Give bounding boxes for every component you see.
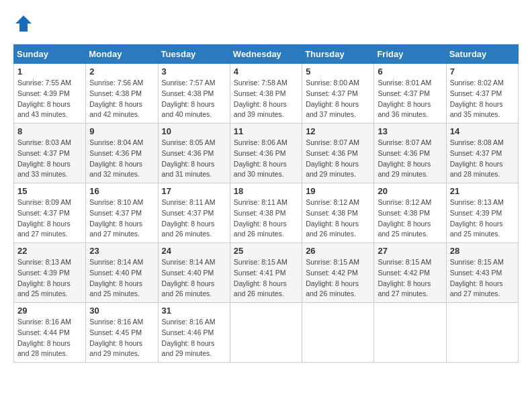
day-info: Sunrise: 8:03 AM Sunset: 4:37 PM Dayligh… — [17, 138, 82, 180]
day-number: 14 — [450, 126, 515, 136]
logo — [13, 13, 36, 34]
calendar-cell: 15 Sunrise: 8:09 AM Sunset: 4:37 PM Dayl… — [14, 183, 86, 243]
day-info: Sunrise: 8:09 AM Sunset: 4:37 PM Dayligh… — [17, 197, 82, 240]
calendar-cell: 7 Sunrise: 8:02 AM Sunset: 4:37 PM Dayli… — [446, 64, 518, 124]
calendar-cell: 9 Sunrise: 8:04 AM Sunset: 4:36 PM Dayli… — [86, 124, 158, 183]
day-number: 30 — [89, 306, 154, 316]
calendar-cell: 4 Sunrise: 7:58 AM Sunset: 4:38 PM Dayli… — [230, 64, 302, 124]
calendar-cell: 1 Sunrise: 7:55 AM Sunset: 4:39 PM Dayli… — [14, 64, 86, 124]
calendar-week-5: 29 Sunrise: 8:16 AM Sunset: 4:44 PM Dayl… — [14, 303, 519, 363]
day-info: Sunrise: 8:16 AM Sunset: 4:45 PM Dayligh… — [89, 317, 154, 359]
day-info: Sunrise: 8:15 AM Sunset: 4:42 PM Dayligh… — [306, 257, 370, 300]
calendar-cell: 18 Sunrise: 8:11 AM Sunset: 4:38 PM Dayl… — [230, 183, 302, 243]
calendar-cell — [230, 303, 302, 363]
calendar-cell: 31 Sunrise: 8:16 AM Sunset: 4:46 PM Dayl… — [158, 303, 230, 363]
day-info: Sunrise: 8:10 AM Sunset: 4:37 PM Dayligh… — [89, 197, 154, 240]
calendar-week-2: 8 Sunrise: 8:03 AM Sunset: 4:37 PM Dayli… — [14, 124, 519, 183]
calendar-cell: 23 Sunrise: 8:14 AM Sunset: 4:40 PM Dayl… — [86, 243, 158, 303]
calendar-cell: 25 Sunrise: 8:15 AM Sunset: 4:41 PM Dayl… — [230, 243, 302, 303]
calendar-header-tuesday: Tuesday — [158, 45, 230, 64]
day-number: 4 — [234, 66, 298, 77]
day-number: 10 — [162, 126, 226, 136]
day-info: Sunrise: 8:14 AM Sunset: 4:40 PM Dayligh… — [89, 257, 154, 300]
day-number: 28 — [450, 246, 515, 256]
day-number: 5 — [306, 66, 370, 77]
calendar-cell: 3 Sunrise: 7:57 AM Sunset: 4:38 PM Dayli… — [158, 64, 230, 124]
day-info: Sunrise: 8:04 AM Sunset: 4:36 PM Dayligh… — [89, 138, 154, 180]
day-number: 7 — [450, 66, 515, 77]
calendar-header-saturday: Saturday — [446, 45, 518, 64]
day-number: 11 — [234, 126, 298, 136]
calendar-header-wednesday: Wednesday — [230, 45, 302, 64]
day-number: 16 — [89, 186, 154, 196]
svg-marker-0 — [15, 15, 32, 32]
day-number: 31 — [162, 306, 226, 316]
day-info: Sunrise: 8:16 AM Sunset: 4:44 PM Dayligh… — [17, 317, 82, 359]
calendar-cell — [446, 303, 518, 363]
day-number: 1 — [17, 66, 82, 77]
page-header — [13, 13, 519, 34]
day-number: 21 — [450, 186, 515, 196]
day-number: 23 — [89, 246, 154, 256]
day-info: Sunrise: 8:15 AM Sunset: 4:42 PM Dayligh… — [378, 257, 442, 300]
calendar-week-1: 1 Sunrise: 7:55 AM Sunset: 4:39 PM Dayli… — [14, 64, 519, 124]
day-number: 25 — [234, 246, 298, 256]
day-info: Sunrise: 8:12 AM Sunset: 4:38 PM Dayligh… — [306, 197, 370, 240]
day-info: Sunrise: 7:56 AM Sunset: 4:38 PM Dayligh… — [89, 78, 154, 120]
day-number: 15 — [17, 186, 82, 196]
calendar-cell: 11 Sunrise: 8:06 AM Sunset: 4:36 PM Dayl… — [230, 124, 302, 183]
day-number: 24 — [162, 246, 226, 256]
calendar-header-friday: Friday — [374, 45, 446, 64]
calendar-cell: 8 Sunrise: 8:03 AM Sunset: 4:37 PM Dayli… — [14, 124, 86, 183]
day-number: 8 — [17, 126, 82, 136]
calendar-header-row: SundayMondayTuesdayWednesdayThursdayFrid… — [14, 45, 519, 64]
day-number: 2 — [89, 66, 154, 77]
day-info: Sunrise: 8:15 AM Sunset: 4:43 PM Dayligh… — [450, 257, 515, 300]
day-number: 19 — [306, 186, 370, 196]
calendar-cell: 6 Sunrise: 8:01 AM Sunset: 4:37 PM Dayli… — [374, 64, 446, 124]
day-number: 13 — [378, 126, 442, 136]
logo-icon — [13, 13, 34, 34]
day-number: 22 — [17, 246, 82, 256]
calendar-cell: 28 Sunrise: 8:15 AM Sunset: 4:43 PM Dayl… — [446, 243, 518, 303]
calendar-cell: 24 Sunrise: 8:14 AM Sunset: 4:40 PM Dayl… — [158, 243, 230, 303]
day-info: Sunrise: 7:58 AM Sunset: 4:38 PM Dayligh… — [234, 78, 298, 120]
calendar-cell — [374, 303, 446, 363]
calendar-header-monday: Monday — [86, 45, 158, 64]
day-number: 20 — [378, 186, 442, 196]
calendar-cell: 26 Sunrise: 8:15 AM Sunset: 4:42 PM Dayl… — [302, 243, 374, 303]
calendar-cell: 30 Sunrise: 8:16 AM Sunset: 4:45 PM Dayl… — [86, 303, 158, 363]
day-info: Sunrise: 8:05 AM Sunset: 4:36 PM Dayligh… — [162, 138, 226, 180]
day-info: Sunrise: 8:16 AM Sunset: 4:46 PM Dayligh… — [162, 317, 226, 359]
day-info: Sunrise: 8:13 AM Sunset: 4:39 PM Dayligh… — [17, 257, 82, 300]
calendar-cell: 16 Sunrise: 8:10 AM Sunset: 4:37 PM Dayl… — [86, 183, 158, 243]
day-info: Sunrise: 8:00 AM Sunset: 4:37 PM Dayligh… — [306, 78, 370, 120]
calendar-cell: 14 Sunrise: 8:08 AM Sunset: 4:37 PM Dayl… — [446, 124, 518, 183]
day-info: Sunrise: 8:07 AM Sunset: 4:36 PM Dayligh… — [306, 138, 370, 180]
calendar-cell — [302, 303, 374, 363]
day-number: 18 — [234, 186, 298, 196]
calendar-cell: 13 Sunrise: 8:07 AM Sunset: 4:36 PM Dayl… — [374, 124, 446, 183]
day-info: Sunrise: 8:13 AM Sunset: 4:39 PM Dayligh… — [450, 197, 515, 240]
calendar-cell: 10 Sunrise: 8:05 AM Sunset: 4:36 PM Dayl… — [158, 124, 230, 183]
day-number: 26 — [306, 246, 370, 256]
calendar-table: SundayMondayTuesdayWednesdayThursdayFrid… — [13, 44, 519, 363]
calendar-cell: 27 Sunrise: 8:15 AM Sunset: 4:42 PM Dayl… — [374, 243, 446, 303]
day-number: 6 — [378, 66, 442, 77]
calendar-week-3: 15 Sunrise: 8:09 AM Sunset: 4:37 PM Dayl… — [14, 183, 519, 243]
calendar-cell: 5 Sunrise: 8:00 AM Sunset: 4:37 PM Dayli… — [302, 64, 374, 124]
calendar-header-sunday: Sunday — [14, 45, 86, 64]
calendar-cell: 21 Sunrise: 8:13 AM Sunset: 4:39 PM Dayl… — [446, 183, 518, 243]
calendar-cell: 29 Sunrise: 8:16 AM Sunset: 4:44 PM Dayl… — [14, 303, 86, 363]
day-info: Sunrise: 8:11 AM Sunset: 4:38 PM Dayligh… — [234, 197, 298, 240]
day-number: 12 — [306, 126, 370, 136]
day-info: Sunrise: 8:01 AM Sunset: 4:37 PM Dayligh… — [378, 78, 442, 120]
day-info: Sunrise: 8:07 AM Sunset: 4:36 PM Dayligh… — [378, 138, 442, 180]
day-info: Sunrise: 8:15 AM Sunset: 4:41 PM Dayligh… — [234, 257, 298, 300]
calendar-cell: 20 Sunrise: 8:12 AM Sunset: 4:38 PM Dayl… — [374, 183, 446, 243]
day-info: Sunrise: 8:02 AM Sunset: 4:37 PM Dayligh… — [450, 78, 515, 120]
calendar-header-thursday: Thursday — [302, 45, 374, 64]
calendar-cell: 2 Sunrise: 7:56 AM Sunset: 4:38 PM Dayli… — [86, 64, 158, 124]
day-number: 9 — [89, 126, 154, 136]
day-info: Sunrise: 8:08 AM Sunset: 4:37 PM Dayligh… — [450, 138, 515, 180]
